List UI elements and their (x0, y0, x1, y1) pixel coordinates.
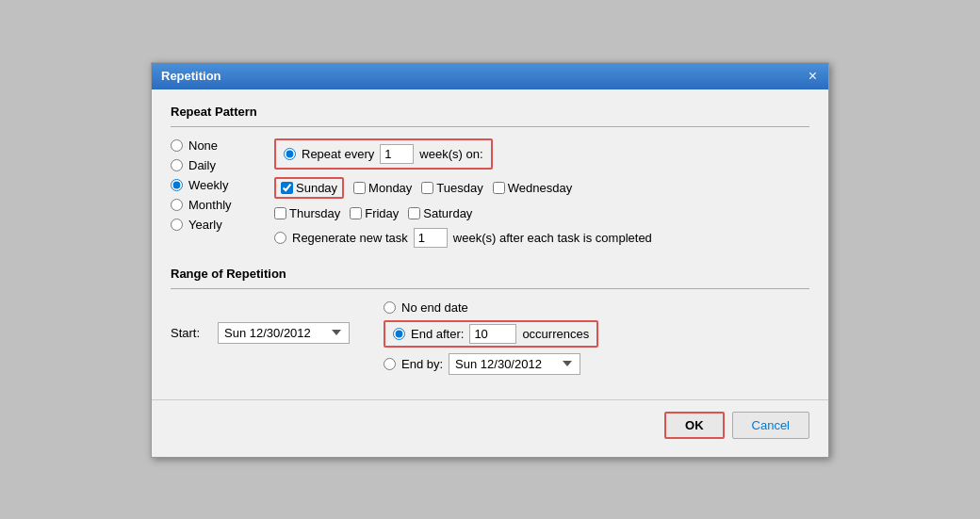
repeat-every-row: Repeat every week(s) on: (274, 138, 493, 170)
option-weekly[interactable]: Weekly (171, 178, 255, 192)
repeat-every-value[interactable] (380, 144, 414, 164)
occurrences-label: occurrences (522, 327, 589, 341)
option-weekly-label: Weekly (188, 178, 228, 192)
end-after-label: End after: (411, 327, 464, 341)
radio-weekly[interactable] (171, 179, 183, 191)
repeat-every-label: Repeat every (302, 147, 374, 161)
saturday-label: Saturday (423, 206, 472, 220)
tuesday-label: Tuesday (436, 181, 482, 195)
friday-label: Friday (365, 206, 399, 220)
option-none[interactable]: None (171, 138, 255, 153)
day-wednesday[interactable]: Wednesday (493, 181, 572, 195)
occurrences-value[interactable] (469, 324, 516, 344)
radio-monthly[interactable] (171, 199, 183, 211)
close-button[interactable]: × (807, 69, 819, 84)
regenerate-row: Regenerate new task week(s) after each t… (274, 228, 809, 248)
option-monthly-label: Monthly (188, 198, 232, 212)
option-yearly[interactable]: Yearly (171, 218, 255, 232)
repetition-dialog: Repetition × Repeat Pattern None Daily (151, 62, 829, 458)
day-friday[interactable]: Friday (350, 206, 399, 220)
thursday-label: Thursday (289, 206, 340, 220)
end-option-by[interactable]: End by: Sun 12/30/2012 (384, 353, 598, 375)
repeat-pattern-title: Repeat Pattern (171, 105, 809, 119)
sunday-label: Sunday (296, 181, 337, 195)
end-options: No end date End after: occurrences End b… (384, 300, 598, 375)
checkbox-monday[interactable] (353, 182, 366, 194)
dialog-title: Repetition (161, 69, 221, 83)
days-row-2: Thursday Friday Saturday (274, 206, 809, 220)
range-section: Range of Repetition Start: Sun 12/30/201… (171, 267, 809, 375)
start-date-select[interactable]: Sun 12/30/2012 (218, 322, 350, 344)
option-daily-label: Daily (188, 158, 216, 172)
day-saturday[interactable]: Saturday (408, 206, 472, 220)
title-bar: Repetition × (152, 63, 828, 89)
option-none-label: None (188, 138, 218, 153)
radio-daily[interactable] (171, 159, 183, 171)
dialog-body: Repeat Pattern None Daily Weekly (152, 89, 828, 390)
end-by-date-select[interactable]: Sun 12/30/2012 (449, 353, 580, 375)
checkbox-tuesday[interactable] (421, 182, 433, 194)
checkbox-saturday[interactable] (408, 207, 420, 219)
range-start-row: Start: Sun 12/30/2012 (171, 300, 350, 365)
checkbox-friday[interactable] (350, 207, 362, 219)
cancel-button[interactable]: Cancel (732, 412, 809, 439)
radio-none[interactable] (171, 139, 183, 152)
radio-end-by[interactable] (384, 358, 396, 370)
repeat-pattern-section: Repeat Pattern None Daily Weekly (171, 105, 809, 248)
regenerate-value[interactable] (414, 228, 448, 248)
day-monday[interactable]: Monday (353, 181, 412, 195)
checkbox-thursday[interactable] (274, 207, 286, 219)
end-option-none[interactable]: No end date (384, 300, 598, 315)
checkbox-wednesday[interactable] (493, 182, 505, 194)
button-row: OK Cancel (152, 399, 828, 454)
monday-label: Monday (368, 181, 412, 195)
pattern-settings: Repeat every week(s) on: Sunday Monday (274, 138, 809, 248)
radio-no-end[interactable] (384, 301, 396, 314)
end-option-after[interactable]: End after: occurrences (384, 320, 598, 348)
regenerate-label: Regenerate new task (292, 231, 408, 245)
repeat-every-unit: week(s) on: (419, 147, 482, 161)
repeat-pattern-content: None Daily Weekly Monthly (171, 138, 809, 248)
start-label: Start: (171, 326, 208, 340)
option-yearly-label: Yearly (188, 218, 222, 232)
radio-repeat-every[interactable] (284, 148, 296, 160)
day-thursday[interactable]: Thursday (274, 206, 340, 220)
pattern-options: None Daily Weekly Monthly (171, 138, 255, 248)
no-end-label: No end date (401, 300, 468, 315)
checkbox-sunday[interactable] (281, 182, 293, 194)
days-row-1: Sunday Monday Tuesday Wednesday (274, 177, 809, 199)
day-sunday[interactable]: Sunday (274, 177, 344, 199)
ok-button[interactable]: OK (664, 412, 725, 439)
range-content: Start: Sun 12/30/2012 No end date (171, 300, 809, 375)
range-title: Range of Repetition (171, 267, 809, 281)
option-daily[interactable]: Daily (171, 158, 255, 172)
day-tuesday[interactable]: Tuesday (421, 181, 482, 195)
radio-end-after[interactable] (393, 328, 405, 340)
radio-yearly[interactable] (171, 219, 183, 231)
end-by-label: End by: (401, 357, 443, 371)
option-monthly[interactable]: Monthly (171, 198, 255, 212)
regenerate-unit: week(s) after each task is completed (453, 231, 652, 245)
wednesday-label: Wednesday (508, 181, 572, 195)
radio-regenerate[interactable] (274, 232, 286, 244)
